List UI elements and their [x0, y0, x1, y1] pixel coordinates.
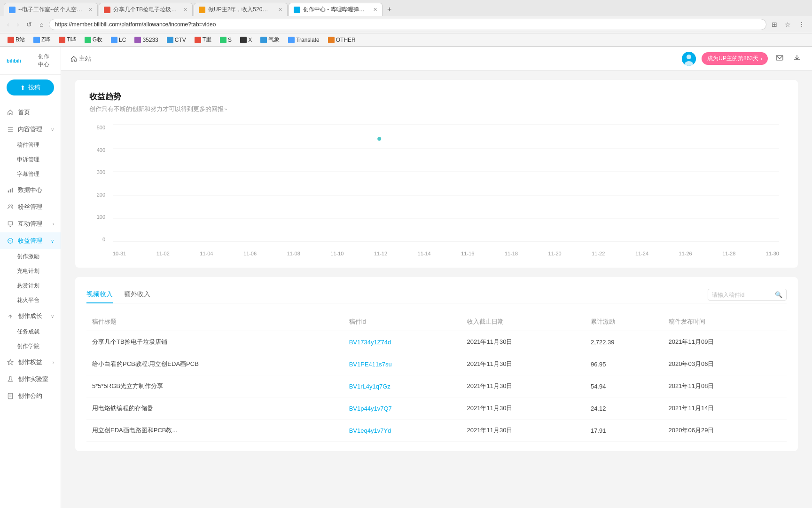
search-input[interactable] [712, 292, 773, 298]
bookmark-icon-ctv [167, 37, 173, 43]
tab-title-1: --电子工作室--的个人空间_哔哩... [18, 6, 84, 14]
nav-interact-label: 互动管理 [18, 220, 42, 228]
table-row: 用立创EDA画电路图和PCB教... BV1eq4y1v7Yd 2021年11月… [86, 420, 787, 442]
back-button[interactable]: ‹ [5, 20, 12, 29]
tab-video-income[interactable]: 视频收入 [86, 286, 113, 303]
sidebar-item-contract[interactable]: 创作公约 [0, 388, 61, 405]
mail-button[interactable] [773, 53, 786, 65]
sidebar-item-academy[interactable]: 创作学院 [0, 339, 61, 354]
bookmark-translate[interactable]: Translate [285, 36, 322, 44]
tab-close-1[interactable]: ✕ [88, 7, 93, 13]
forward-button[interactable]: › [15, 20, 22, 29]
row-2-title: 给小白看的PCB教程:用立创EDA画PCB [86, 353, 344, 375]
svg-marker-11 [8, 359, 13, 365]
reload-button[interactable]: ↺ [24, 20, 34, 29]
tab-title-2: 分享几个TB捡电子垃圾店铺_哔... [113, 6, 179, 14]
x-1031: 10-31 [113, 251, 126, 256]
x-1130: 11-30 [766, 251, 779, 256]
table-row: 给小白看的PCB教程:用立创EDA画PCB BV1PE411s7su 2021年… [86, 353, 787, 375]
row-4-publish: 2021年11月14日 [663, 397, 787, 420]
menu-button[interactable]: ⋮ [796, 20, 807, 29]
tab-1[interactable]: --电子工作室--的个人空间_哔哩... ✕ [4, 3, 98, 16]
sidebar-item-home[interactable]: 首页 [0, 104, 61, 121]
nav-subtitle-label: 字幕管理 [17, 171, 39, 177]
tab-3[interactable]: 做UP主2年，收入520块，80W... ✕ [194, 3, 288, 16]
bookmark-ctv[interactable]: CTV [164, 36, 189, 44]
download-button[interactable] [791, 52, 803, 65]
sidebar-item-fans[interactable]: 粉丝管理 [0, 198, 61, 215]
creator-center-label: 创作中心 [38, 53, 54, 69]
y-300: 300 [97, 169, 105, 175]
bookmark-b[interactable]: B站 [5, 35, 28, 45]
sidebar-item-creative-reward[interactable]: 创作激励 [0, 249, 61, 264]
bookmark-s[interactable]: S [217, 36, 234, 44]
home-nav-button[interactable]: ⌂ [37, 20, 46, 29]
sidebar-item-subtitle[interactable]: 字幕管理 [0, 167, 61, 182]
right-panel: 主站 成为UP主的第863天 › [61, 47, 812, 508]
tab-4[interactable]: 创作中心 - 哔哩哔哩弹幕视频网... ✕ [289, 3, 383, 16]
row-2-publish: 2020年03月06日 [663, 353, 787, 375]
url-input[interactable]: https://member.bilibili.com/platform/all… [49, 19, 766, 30]
bookmark-g[interactable]: G收 [82, 35, 105, 45]
avatar[interactable] [682, 52, 696, 66]
grow-icon [7, 312, 14, 320]
nav-lab-label: 创作实验室 [18, 375, 48, 383]
tab-close-2[interactable]: ✕ [183, 7, 187, 13]
row-3-publish: 2021年11月08日 [663, 375, 787, 397]
table-row: 分享几个TB捡电子垃圾店铺 BV1734y1Z74d 2021年11月30日 2… [86, 331, 787, 353]
sidebar-item-interact[interactable]: 互动管理 › [0, 215, 61, 232]
extensions-button[interactable]: ⊞ [769, 20, 780, 29]
tab-favicon-1 [9, 7, 16, 13]
search-box[interactable]: 🔍 [708, 289, 787, 301]
table-row: 5*5*5RGB光立方制作分享 BV1rL4y1q7Gz 2021年11月30日… [86, 375, 787, 397]
sidebar-item-huahuo[interactable]: 花火平台 [0, 293, 61, 308]
bookmark-t2[interactable]: T里 [192, 35, 214, 45]
main-content: 收益趋势 创作只有不断的创新和努力才可以得到更多的回报~ 500 400 300… [61, 71, 812, 508]
line-chart-svg [113, 125, 779, 242]
x-1102: 11-02 [156, 251, 170, 256]
bookmark-other[interactable]: OTHER [325, 36, 359, 44]
bookmark-35233[interactable]: 35233 [132, 36, 161, 44]
sidebar-item-tasks[interactable]: 任务成就 [0, 325, 61, 339]
tab-2[interactable]: 分享几个TB捡电子垃圾店铺_哔... ✕ [99, 3, 193, 16]
tab-extra-income[interactable]: 额外收入 [124, 286, 150, 303]
sidebar-item-drafts[interactable]: 稿件管理 [0, 138, 61, 152]
bookmark-z[interactable]: Z哔 [31, 35, 53, 45]
bookmark-icon-z [33, 37, 40, 43]
bookmark-icon-weather [260, 37, 267, 43]
nav-tasks-label: 任务成就 [17, 328, 39, 335]
upload-button[interactable]: ⬆ 投稿 [7, 79, 54, 95]
y-0: 0 [102, 237, 105, 242]
tab-favicon-3 [199, 7, 205, 13]
sidebar-item-income[interactable]: ¥ 收益管理 ∨ [0, 232, 61, 249]
nav-huahuo-label: 花火平台 [17, 297, 39, 303]
home-topbar-link[interactable]: 主站 [70, 55, 91, 63]
sidebar-item-data[interactable]: 数据中心 [0, 182, 61, 198]
nav-home-label: 首页 [18, 108, 30, 117]
sidebar-item-lab[interactable]: 创作实验室 [0, 371, 61, 388]
bookmark-t1[interactable]: T哔 [56, 35, 78, 45]
search-icon[interactable]: 🔍 [775, 291, 782, 298]
tab-bar: --电子工作室--的个人空间_哔哩... ✕ 分享几个TB捡电子垃圾店铺_哔..… [0, 0, 812, 16]
tab-close-4[interactable]: ✕ [373, 7, 377, 13]
sidebar-item-bounty[interactable]: 悬赏计划 [0, 278, 61, 293]
sidebar-item-charge[interactable]: 充电计划 [0, 264, 61, 278]
sidebar-item-content[interactable]: 内容管理 ∨ [0, 121, 61, 138]
x-1108: 11-08 [287, 251, 300, 256]
sidebar-item-rights[interactable]: 创作权益 › [0, 354, 61, 371]
income-arrow: ∨ [51, 238, 54, 244]
sidebar-item-grow[interactable]: 创作成长 ∨ [0, 308, 61, 325]
nav-grow-label: 创作成长 [18, 312, 42, 320]
bookmark-button[interactable]: ☆ [782, 20, 793, 29]
nav-rights-label: 创作权益 [18, 358, 42, 366]
tab-close-3[interactable]: ✕ [278, 7, 282, 13]
bookmark-weather[interactable]: 气象 [258, 35, 282, 45]
upload-icon: ⬆ [20, 84, 25, 91]
sidebar-item-appeal[interactable]: 申诉管理 [0, 152, 61, 167]
chart-subtitle: 创作只有不断的创新和努力才可以得到更多的回报~ [89, 105, 784, 113]
row-5-date: 2021年11月30日 [461, 420, 585, 442]
bookmark-lc[interactable]: LC [108, 36, 129, 44]
bookmark-x[interactable]: X [237, 36, 255, 44]
new-tab-button[interactable]: + [383, 3, 395, 16]
creator-days-button[interactable]: 成为UP主的第863天 › [702, 52, 768, 65]
